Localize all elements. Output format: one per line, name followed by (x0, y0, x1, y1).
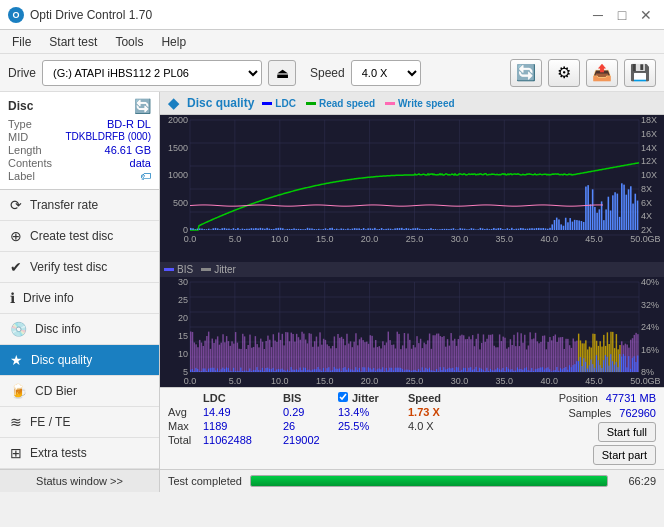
save-button[interactable]: 💾 (624, 59, 656, 87)
menu-bar: File Start test Tools Help (0, 30, 664, 54)
stats-empty-header (168, 392, 203, 404)
upper-chart (160, 115, 664, 262)
nav-create-test-disc[interactable]: ⊕ Create test disc (0, 221, 159, 252)
samples-value: 762960 (619, 407, 656, 419)
settings-button[interactable]: ⚙ (548, 59, 580, 87)
nav-menu: ⟳ Transfer rate ⊕ Create test disc ✔ Ver… (0, 190, 159, 469)
sidebar: Disc 🔄 Type BD-R DL MID TDKBLDRFB (000) … (0, 92, 160, 469)
menu-start-test[interactable]: Start test (41, 33, 105, 51)
title-bar: O Opti Drive Control 1.70 ─ □ ✕ (0, 0, 664, 30)
samples-row: Samples 762960 (568, 407, 656, 419)
avg-label: Avg (168, 406, 203, 418)
disc-section-label: Disc (8, 99, 33, 113)
chart-header: ◆ Disc quality LDC Read speed Write spee… (160, 92, 664, 115)
position-row: Position 47731 MB (559, 392, 656, 404)
disc-length-value: 46.61 GB (105, 144, 151, 156)
menu-file[interactable]: File (4, 33, 39, 51)
jitter-legend-label: Jitter (214, 264, 236, 275)
nav-fe-te[interactable]: ≋ FE / TE (0, 407, 159, 438)
target-speed: 4.0 X (408, 420, 434, 432)
total-row: Total 11062488 219002 (168, 434, 543, 446)
main-layout: Disc 🔄 Type BD-R DL MID TDKBLDRFB (000) … (0, 92, 664, 469)
drive-select[interactable]: (G:) ATAPI iHBS112 2 PL06 (42, 60, 262, 86)
app-icon: O (8, 7, 24, 23)
legend-write: Write speed (385, 98, 455, 109)
speed-select[interactable]: 4.0 X (351, 60, 421, 86)
speed-header: Speed (408, 392, 463, 404)
maximize-button[interactable]: □ (612, 5, 632, 25)
nav-extra-tests[interactable]: ⊞ Extra tests (0, 438, 159, 469)
disc-info-panel: Disc 🔄 Type BD-R DL MID TDKBLDRFB (000) … (0, 92, 159, 190)
nav-extra-tests-label: Extra tests (30, 446, 87, 460)
jitter-checkbox[interactable] (338, 392, 348, 402)
disc-length-label: Length (8, 144, 42, 156)
write-dot (385, 102, 395, 105)
disc-contents-label: Contents (8, 157, 52, 169)
nav-disc-info[interactable]: 💿 Disc info (0, 314, 159, 345)
transfer-rate-icon: ⟳ (10, 197, 22, 213)
progress-section: Test completed 66:29 (160, 475, 664, 487)
minimize-button[interactable]: ─ (588, 5, 608, 25)
read-dot (306, 102, 316, 105)
nav-cd-bier[interactable]: 🍺 CD Bier (0, 376, 159, 407)
legend-read: Read speed (306, 98, 375, 109)
share-button[interactable]: 📤 (586, 59, 618, 87)
status-bar: Status window >> Test completed 66:29 (0, 469, 664, 491)
disc-label-icon: 🏷 (140, 170, 151, 182)
max-row: Max 1189 26 25.5% 4.0 X (168, 420, 543, 432)
disc-mid-label: MID (8, 131, 28, 143)
status-window-button[interactable]: Status window >> (0, 470, 160, 492)
drive-label: Drive (8, 66, 36, 80)
total-bis: 219002 (283, 434, 338, 446)
max-bis: 26 (283, 420, 338, 432)
total-label: Total (168, 434, 203, 446)
legend-ldc: LDC (262, 98, 296, 109)
nav-drive-info[interactable]: ℹ Drive info (0, 283, 159, 314)
disc-contents-value: data (130, 157, 151, 169)
start-full-button[interactable]: Start full (598, 422, 656, 442)
read-label: Read speed (319, 98, 375, 109)
chart-legend: LDC Read speed Write speed (262, 98, 454, 109)
verify-test-disc-icon: ✔ (10, 259, 22, 275)
chart-title-text: Disc quality (187, 96, 254, 110)
bis-legend-label: BIS (177, 264, 193, 275)
nav-verify-test-disc[interactable]: ✔ Verify test disc (0, 252, 159, 283)
fe-te-icon: ≋ (10, 414, 22, 430)
start-part-button[interactable]: Start part (593, 445, 656, 465)
nav-verify-test-disc-label: Verify test disc (30, 260, 107, 274)
checkbox-cell (338, 392, 348, 404)
disc-refresh-icon[interactable]: 🔄 (134, 98, 151, 114)
lower-chart: BIS Jitter (160, 262, 664, 387)
nav-transfer-rate[interactable]: ⟳ Transfer rate (0, 190, 159, 221)
position-label: Position (559, 392, 598, 404)
ldc-chart-canvas (160, 115, 664, 245)
eject-button[interactable]: ⏏ (268, 60, 296, 86)
app-title: Opti Drive Control 1.70 (30, 8, 152, 22)
disc-type-value: BD-R DL (107, 118, 151, 130)
disc-label-label: Label (8, 170, 35, 182)
menu-tools[interactable]: Tools (107, 33, 151, 51)
main-content: ◆ Disc quality LDC Read speed Write spee… (160, 92, 664, 469)
position-value: 47731 MB (606, 392, 656, 404)
jitter-legend-item: Jitter (201, 264, 236, 275)
refresh-button[interactable]: 🔄 (510, 59, 542, 87)
nav-create-test-disc-label: Create test disc (30, 229, 113, 243)
max-ldc: 1189 (203, 420, 283, 432)
close-button[interactable]: ✕ (636, 5, 656, 25)
avg-bis: 0.29 (283, 406, 338, 418)
jitter-legend-dot (201, 268, 211, 271)
drive-info-icon: ℹ (10, 290, 15, 306)
bis-header: BIS (283, 392, 338, 404)
avg-row: Avg 14.49 0.29 13.4% 1.73 X (168, 406, 543, 418)
nav-fe-te-label: FE / TE (30, 415, 70, 429)
disc-info-icon: 💿 (10, 321, 27, 337)
progress-bar-container (250, 475, 608, 487)
bis-legend-dot (164, 268, 174, 271)
samples-label: Samples (568, 407, 611, 419)
nav-disc-quality[interactable]: ★ Disc quality (0, 345, 159, 376)
stats-headers-row: LDC BIS Jitter Speed (168, 392, 543, 404)
status-window-label: Status window >> (36, 475, 123, 487)
window-controls: ─ □ ✕ (588, 5, 656, 25)
menu-help[interactable]: Help (153, 33, 194, 51)
toolbar: Drive (G:) ATAPI iHBS112 2 PL06 ⏏ Speed … (0, 54, 664, 92)
